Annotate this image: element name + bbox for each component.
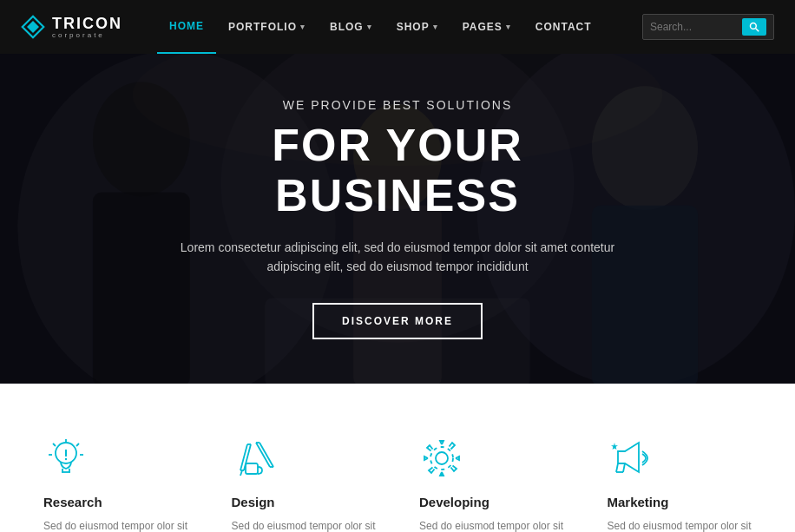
navbar: TRICON corporate HOME PORTFOLIO ▾ BLOG ▾… <box>0 0 795 54</box>
svg-line-18 <box>76 443 79 446</box>
nav-contact[interactable]: CONTACT <box>523 0 604 54</box>
feature-research: Research Sed do eiusmod tempor olor sit … <box>35 427 197 532</box>
svg-line-39 <box>616 463 618 472</box>
feature-research-desc: Sed do eiusmod tempor olor sit amet, con… <box>43 518 188 532</box>
nav-home[interactable]: HOME <box>157 0 216 54</box>
svg-line-20 <box>53 443 56 446</box>
logo-icon <box>21 15 45 39</box>
hero-section: WE PROVIDE BEST SOLUTIONS FOR YOUR BUSIN… <box>0 54 795 384</box>
nav-shop[interactable]: SHOP ▾ <box>384 0 450 54</box>
hero-tagline: WE PROVIDE BEST SOLUTIONS <box>154 98 641 112</box>
chevron-down-icon: ▾ <box>506 23 511 31</box>
feature-marketing-title: Marketing <box>608 495 752 509</box>
discover-more-button[interactable]: DISCOVER MORE <box>312 303 483 339</box>
feature-developing-desc: Sed do eiusmod tempor olor sit amet, con… <box>419 518 564 532</box>
brand-name: TRICON <box>52 16 122 31</box>
svg-line-31 <box>240 470 242 476</box>
gear-icon <box>419 436 464 481</box>
feature-marketing-desc: Sed do eiusmod tempor olor sit amet, con… <box>608 518 752 532</box>
svg-line-32 <box>256 443 270 467</box>
nav-blog[interactable]: BLOG ▾ <box>318 0 384 54</box>
feature-developing: Developing Sed do eiusmod tempor olor si… <box>411 427 573 532</box>
svg-line-3 <box>756 29 759 32</box>
search-button[interactable] <box>742 18 766 36</box>
svg-line-40 <box>623 463 625 472</box>
svg-point-26 <box>65 458 67 460</box>
feature-design-title: Design <box>232 495 377 509</box>
hero-description: Lorem consectetur adipiscing elit, sed d… <box>154 238 641 277</box>
search-input[interactable] <box>650 21 737 33</box>
search-icon <box>749 22 759 32</box>
hero-title: FOR YOUR BUSINESS <box>154 121 641 220</box>
chevron-down-icon: ▾ <box>433 23 438 31</box>
svg-point-37 <box>436 452 448 464</box>
svg-rect-36 <box>246 463 258 474</box>
pencil-tools-icon <box>232 436 277 481</box>
svg-point-2 <box>751 23 757 30</box>
megaphone-icon <box>608 436 653 481</box>
nav-links: HOME PORTFOLIO ▾ BLOG ▾ SHOP ▾ PAGES ▾ C… <box>157 0 642 54</box>
nav-portfolio[interactable]: PORTFOLIO ▾ <box>216 0 318 54</box>
svg-point-38 <box>430 447 453 470</box>
search-area <box>642 14 774 40</box>
chevron-down-icon: ▾ <box>300 23 306 31</box>
hero-content: WE PROVIDE BEST SOLUTIONS FOR YOUR BUSIN… <box>102 98 693 338</box>
svg-line-33 <box>260 443 273 467</box>
feature-design: Design Sed do eiusmod tempor olor sit am… <box>223 427 385 532</box>
features-section: Research Sed do eiusmod tempor olor sit … <box>0 384 795 532</box>
feature-research-title: Research <box>43 495 188 509</box>
feature-marketing: Marketing Sed do eiusmod tempor olor sit… <box>599 427 761 532</box>
logo[interactable]: TRICON corporate <box>21 15 122 39</box>
nav-pages[interactable]: PAGES ▾ <box>450 0 523 54</box>
lightbulb-icon <box>43 436 89 481</box>
feature-developing-title: Developing <box>419 495 564 509</box>
svg-marker-1 <box>27 21 39 33</box>
feature-design-desc: Sed do eiusmod tempor olor sit amet, con… <box>232 518 377 532</box>
chevron-down-icon: ▾ <box>367 23 372 31</box>
brand-sub: corporate <box>52 31 122 39</box>
